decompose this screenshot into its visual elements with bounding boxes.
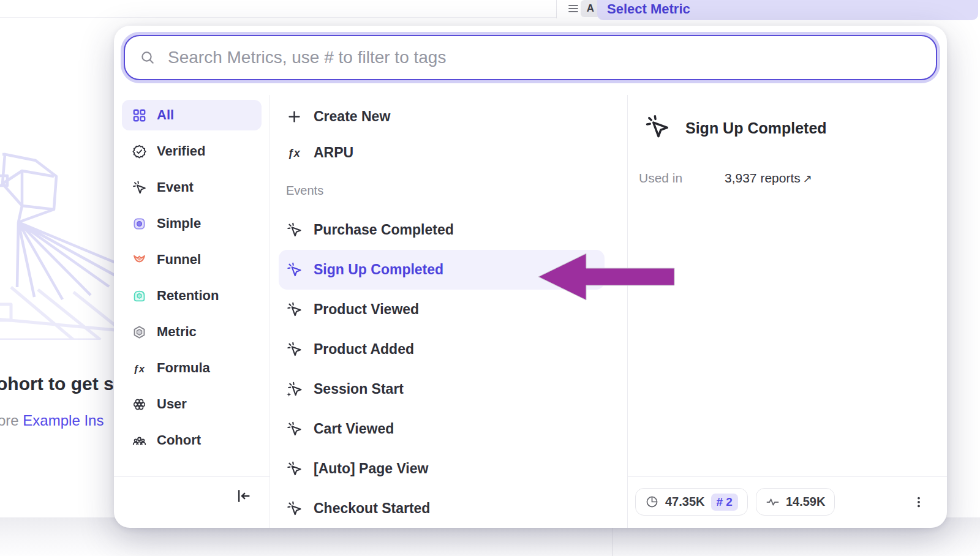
drag-handle-icon[interactable] (567, 2, 579, 15)
background-partial-text: ore Example Ins (0, 412, 104, 429)
arrow-up-right-icon: ↗ (803, 173, 812, 185)
volume-stat-pill[interactable]: 47.35K # 2 (635, 488, 748, 516)
plus-icon (286, 108, 303, 125)
metric-label: [Auto] Page View (314, 460, 428, 477)
pie-chart-icon (645, 495, 659, 509)
sidebar-item-formula[interactable]: Formula (122, 353, 262, 383)
sidebar-footer-divider (114, 476, 270, 477)
sidebar-item-event[interactable]: Event (122, 172, 262, 203)
event-cursor-icon (286, 222, 303, 238)
sidebar-item-cohort[interactable]: Cohort (122, 425, 262, 456)
metric-list-item-auto-page-view[interactable]: [Auto] Page View (270, 449, 627, 489)
metric-label: Product Added (314, 341, 414, 358)
verified-badge-icon (132, 144, 147, 159)
metric-detail-panel: Sign Up Completed Used in 3,937 reports↗… (628, 95, 947, 528)
metric-hexagon-icon (132, 325, 147, 340)
activity-stat-pill[interactable]: 14.59K (756, 488, 835, 516)
sidebar-item-label: User (157, 396, 187, 412)
grid-icon (132, 108, 147, 123)
sidebar-item-label: Retention (157, 288, 219, 304)
formula-fx-icon (132, 361, 147, 376)
cohort-people-icon (132, 433, 147, 448)
used-in-reports-link[interactable]: 3,937 reports↗ (725, 171, 812, 186)
more-options-button[interactable] (908, 490, 930, 514)
metric-label: Purchase Completed (314, 222, 454, 238)
sidebar-item-verified[interactable]: Verified (122, 136, 262, 167)
background-wireframe-illustration (0, 138, 129, 340)
metric-list-item-arpu[interactable]: ARPU (270, 135, 627, 171)
sidebar-item-metric[interactable]: Metric (122, 317, 262, 347)
metric-list-item-product-added[interactable]: Product Added (270, 329, 627, 369)
metric-list-item-checkout-started[interactable]: Checkout Started (270, 489, 627, 528)
event-cursor-icon (286, 261, 303, 278)
create-new-label: Create New (314, 108, 390, 125)
sidebar-item-all[interactable]: All (122, 100, 262, 130)
search-field (124, 35, 937, 80)
example-insights-link[interactable]: Example Ins (23, 412, 104, 429)
event-cursor-icon (286, 500, 303, 517)
rank-badge: # 2 (711, 494, 738, 511)
select-metric-field[interactable]: Select Metric (597, 0, 978, 20)
sidebar-item-label: Formula (157, 360, 210, 376)
sidebar-item-user[interactable]: User (122, 389, 262, 419)
metric-list-item-product-viewed[interactable]: Product Viewed (270, 290, 627, 329)
search-icon (140, 50, 156, 66)
metric-list-item-cart-viewed[interactable]: Cart Viewed (270, 409, 627, 449)
event-cursor-icon (286, 301, 303, 318)
volume-value: 47.35K (665, 495, 705, 509)
event-cursor-icon (132, 180, 147, 195)
toolbar-divider (556, 0, 557, 18)
metric-stats-row: 47.35K # 2 14.59K (635, 488, 835, 516)
metric-label: Session Start (314, 381, 404, 397)
background-partial-heading: ohort to get s (0, 374, 114, 394)
sidebar-item-label: Verified (157, 143, 205, 159)
collapse-sidebar-icon[interactable] (234, 487, 252, 505)
kebab-menu-icon (912, 495, 925, 509)
dialog-body: All Verified Event Simple Funnel Retenti… (114, 95, 947, 528)
sidebar-item-funnel[interactable]: Funnel (122, 244, 262, 275)
event-cursor-icon (286, 341, 303, 358)
metric-list-item-sign-up-completed[interactable]: Sign Up Completed (279, 250, 605, 290)
event-cursor-icon (286, 421, 303, 437)
formula-fx-icon (286, 145, 303, 161)
sidebar-item-label: Simple (157, 216, 201, 231)
events-section-label: Events (270, 171, 627, 210)
metric-list: Create New ARPU Events Purchase Complete… (270, 95, 628, 528)
create-new-button[interactable]: Create New (270, 99, 627, 135)
event-cursor-star-icon (286, 381, 303, 397)
sidebar-item-label: Cohort (157, 432, 201, 448)
event-cursor-icon (644, 113, 671, 140)
activity-value: 14.59K (786, 495, 826, 509)
toolbar-bottom-border (0, 17, 556, 18)
background-text-prefix: ore (0, 412, 23, 429)
metric-label: Checkout Started (314, 500, 430, 517)
metric-detail-title: Sign Up Completed (685, 119, 827, 137)
sidebar-item-simple[interactable]: Simple (122, 208, 262, 239)
sidebar-item-label: All (157, 107, 174, 123)
activity-pulse-icon (766, 495, 780, 509)
filter-sidebar: All Verified Event Simple Funnel Retenti… (114, 95, 270, 528)
simple-metric-icon (132, 216, 147, 231)
user-cluster-icon (132, 397, 147, 412)
used-in-label: Used in (639, 171, 682, 186)
sidebar-item-label: Event (157, 179, 194, 195)
event-cursor-icon (286, 460, 303, 477)
metric-label: Product Viewed (314, 301, 419, 318)
sidebar-item-label: Funnel (157, 252, 201, 268)
search-input[interactable] (168, 48, 921, 67)
detail-footer-divider (628, 476, 947, 477)
metric-list-item-session-start[interactable]: Session Start (270, 369, 627, 409)
retention-icon (132, 288, 147, 304)
sidebar-item-label: Metric (157, 324, 197, 340)
metric-label: Sign Up Completed (314, 261, 443, 278)
select-metric-label: Select Metric (607, 1, 690, 17)
metric-label: Cart Viewed (314, 421, 394, 437)
funnel-icon (132, 252, 147, 268)
sidebar-item-retention[interactable]: Retention (122, 280, 262, 311)
metric-picker-dialog: All Verified Event Simple Funnel Retenti… (114, 26, 947, 528)
used-in-reports-count: 3,937 reports (725, 171, 801, 185)
metric-list-item-purchase-completed[interactable]: Purchase Completed (270, 210, 627, 250)
metric-label: ARPU (314, 145, 353, 161)
